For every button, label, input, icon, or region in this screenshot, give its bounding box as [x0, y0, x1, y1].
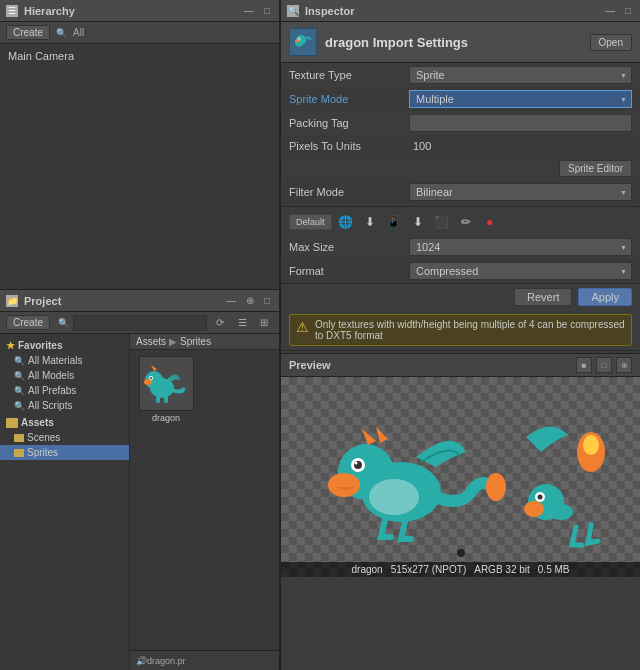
pixels-to-units-label: Pixels To Units	[289, 140, 409, 152]
svg-marker-20	[376, 427, 388, 443]
preview-color-btn[interactable]: ■	[576, 357, 592, 373]
project-create-btn[interactable]: Create	[6, 315, 50, 330]
hierarchy-panel: ☰ Hierarchy — □ Create 🔍 All Main Camera	[0, 0, 280, 290]
texture-type-value[interactable]: Sprite	[409, 66, 632, 84]
project-tree: ★ Favorites 🔍 All Materials 🔍 All Models…	[0, 334, 130, 670]
preview-zoom-btn[interactable]: ⊕	[616, 357, 632, 373]
texture-type-label: Texture Type	[289, 69, 409, 81]
preview-center-dot	[457, 549, 465, 557]
favorites-section: ★ Favorites 🔍 All Materials 🔍 All Models…	[0, 338, 129, 413]
preview-area: dragon 515x277 (NPOT) ARGB 32 bit 0.5 MB	[281, 377, 640, 577]
all-scripts-icon: 🔍	[14, 401, 25, 411]
divider-2	[281, 350, 640, 351]
hierarchy-title: Hierarchy	[24, 5, 75, 17]
preview-alpha-btn[interactable]: □	[596, 357, 612, 373]
pixels-to-units-row: Pixels To Units 100	[281, 135, 640, 157]
filter-mode-row: Filter Mode Bilinear	[281, 180, 640, 204]
platform-default[interactable]: Default	[289, 214, 332, 230]
project-minimize[interactable]: —	[223, 294, 239, 307]
sprite-editor-btn[interactable]: Sprite Editor	[559, 160, 632, 177]
revert-button[interactable]: Revert	[514, 288, 572, 306]
format-value[interactable]: Compressed	[409, 262, 632, 280]
preview-info-format: ARGB 32 bit	[474, 564, 530, 575]
assets-label: Assets	[21, 417, 54, 428]
sprite-editor-row: Sprite Editor	[281, 157, 640, 180]
platform-down2-icon[interactable]: ⬇	[408, 212, 428, 232]
sprite-mode-value[interactable]: Multiple	[409, 90, 632, 108]
apply-button[interactable]: Apply	[578, 288, 632, 306]
favorites-folder[interactable]: ★ Favorites	[0, 338, 129, 353]
tree-item-all-prefabs[interactable]: 🔍 All Prefabs	[0, 383, 129, 398]
packing-tag-value[interactable]	[409, 114, 632, 132]
inspector-minimize[interactable]: —	[602, 4, 618, 17]
breadcrumb-assets[interactable]: Assets	[136, 336, 166, 347]
hierarchy-create-btn[interactable]: Create	[6, 25, 50, 40]
platform-edit-icon[interactable]: ✏	[456, 212, 476, 232]
open-button[interactable]: Open	[590, 34, 632, 51]
tree-item-all-models[interactable]: 🔍 All Models	[0, 368, 129, 383]
favorites-star-icon: ★	[6, 340, 15, 351]
inspector-header-icon: 🔍	[287, 5, 299, 17]
project-refresh-icon[interactable]: ⟳	[211, 314, 229, 332]
platform-blackberry-icon[interactable]: ⬛	[432, 212, 452, 232]
platform-download-icon[interactable]: ⬇	[360, 212, 380, 232]
inspector-header: 🔍 Inspector — □	[281, 0, 640, 22]
project-search-input[interactable]	[73, 315, 207, 331]
preview-info-bar: dragon 515x277 (NPOT) ARGB 32 bit 0.5 MB	[281, 562, 640, 577]
warning-text: Only textures with width/height being mu…	[315, 319, 625, 341]
tree-item-scenes[interactable]: Scenes	[0, 430, 129, 445]
preview-controls: ■ □ ⊕	[576, 357, 632, 373]
project-layout-icon[interactable]: ⊞	[255, 314, 273, 332]
warning-icon: ⚠	[296, 319, 309, 335]
format-row: Format Compressed	[281, 259, 640, 283]
breadcrumb-sprites[interactable]: Sprites	[180, 336, 211, 347]
hierarchy-content: Main Camera	[0, 44, 279, 289]
svg-point-15	[328, 473, 360, 497]
scenes-folder-icon	[14, 434, 24, 442]
dragon-import-svg	[291, 30, 315, 54]
max-size-value[interactable]: 1024	[409, 238, 632, 256]
all-prefabs-label: All Prefabs	[28, 385, 76, 396]
assets-folder[interactable]: Assets	[0, 415, 129, 430]
max-size-label: Max Size	[289, 241, 409, 253]
project-toolbar: Create 🔍 ⟳ ☰ ⊞	[0, 312, 279, 334]
format-label: Format	[289, 265, 409, 277]
filter-mode-value[interactable]: Bilinear	[409, 183, 632, 201]
platform-web-icon[interactable]: 🌐	[336, 212, 356, 232]
project-search-icon: 🔍	[58, 318, 69, 328]
bottom-file-label: 🔊	[136, 656, 147, 666]
inspector-title: Inspector	[305, 5, 355, 17]
import-settings-bar: dragon Import Settings Open	[281, 22, 640, 63]
platform-flash-icon[interactable]: ●	[480, 212, 500, 232]
tree-item-sprites[interactable]: Sprites	[0, 445, 129, 460]
svg-point-11	[298, 38, 299, 39]
hierarchy-minimize[interactable]: —	[241, 4, 257, 17]
hierarchy-item-main-camera[interactable]: Main Camera	[4, 48, 275, 64]
inspector-maximize[interactable]: □	[622, 4, 634, 17]
inspector-controls: — □	[602, 4, 634, 17]
svg-point-12	[295, 40, 299, 43]
svg-point-4	[144, 379, 152, 385]
inspector-body: Texture Type Sprite Sprite Mode Multiple…	[281, 63, 640, 670]
project-maximize[interactable]: □	[261, 294, 273, 307]
hierarchy-maximize[interactable]: □	[261, 4, 273, 17]
import-settings-title: dragon Import Settings	[325, 35, 468, 50]
project-title: Project	[24, 295, 61, 307]
main-camera-label: Main Camera	[8, 50, 74, 62]
max-size-row: Max Size 1024	[281, 235, 640, 259]
svg-marker-19	[362, 429, 376, 445]
preview-title: Preview	[289, 359, 331, 371]
asset-item-dragon[interactable]: dragon	[136, 356, 196, 423]
hierarchy-search-all: All	[73, 27, 84, 38]
tree-item-all-scripts[interactable]: 🔍 All Scripts	[0, 398, 129, 413]
pixels-to-units-value: 100	[409, 139, 632, 153]
tree-item-all-materials[interactable]: 🔍 All Materials	[0, 353, 129, 368]
preview-info-size: 515x277 (NPOT)	[391, 564, 467, 575]
project-settings-icon[interactable]: ☰	[233, 314, 251, 332]
sprite-mode-label: Sprite Mode	[289, 93, 409, 105]
platform-mobile-icon[interactable]: 📱	[384, 212, 404, 232]
project-icon-btn1[interactable]: ⊕	[243, 294, 257, 307]
dragon-thumbnail	[139, 356, 194, 411]
project-content: ★ Favorites 🔍 All Materials 🔍 All Models…	[0, 334, 279, 670]
svg-point-21	[486, 473, 506, 501]
